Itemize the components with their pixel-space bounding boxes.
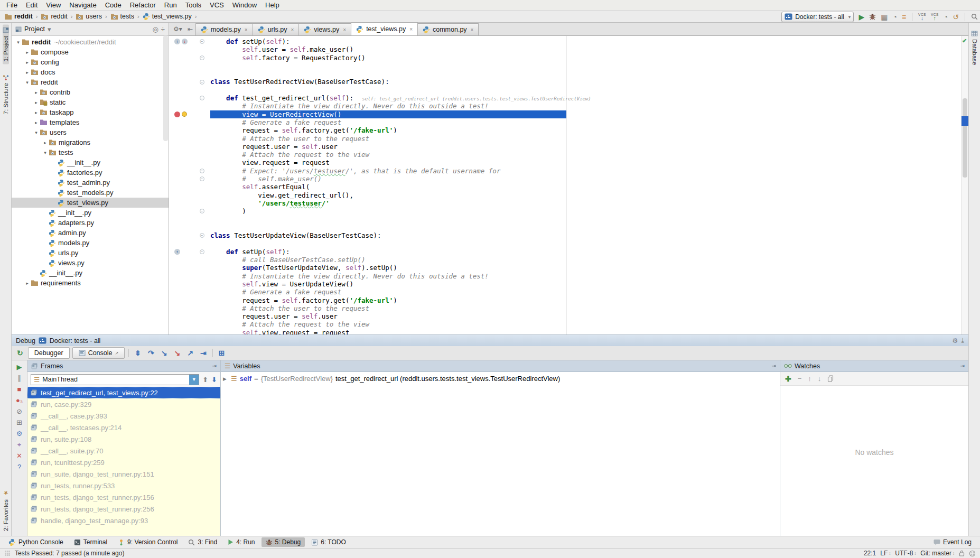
tool-strip-tab-database[interactable]: Database bbox=[972, 39, 978, 65]
frame-row[interactable]: test_get_redirect_url, test_views.py:22 bbox=[27, 387, 220, 398]
show-execution-point-button[interactable]: ⇟ bbox=[133, 349, 143, 357]
run-button[interactable]: ▶ bbox=[858, 13, 864, 21]
tree-item-compose[interactable]: ▸compose bbox=[12, 47, 169, 57]
breadcrumb-item[interactable]: reddit bbox=[4, 13, 33, 20]
evaluate-expression-button[interactable]: ⊞ bbox=[217, 349, 227, 357]
tree-item-docs[interactable]: ▸docs bbox=[12, 67, 169, 77]
menu-run[interactable]: Run bbox=[160, 0, 181, 10]
code-line-11[interactable]: # Generate a fake request bbox=[169, 118, 961, 126]
close-tab-icon[interactable]: × bbox=[245, 27, 248, 33]
lock-icon[interactable] bbox=[959, 550, 965, 556]
close-tab-icon[interactable]: × bbox=[409, 26, 413, 32]
debugger-settings-button[interactable]: ⚙ bbox=[16, 430, 23, 437]
code-line-13[interactable]: # Attach the user to the request bbox=[169, 135, 961, 143]
code-line-5[interactable] bbox=[169, 70, 961, 78]
help-button[interactable]: ? bbox=[17, 463, 21, 470]
menu-view[interactable]: View bbox=[42, 0, 65, 10]
menu-edit[interactable]: Edit bbox=[22, 0, 42, 10]
resume-button[interactable]: ▶ bbox=[17, 364, 22, 370]
code-line-6[interactable]: −class TestUserRedirectView(BaseUserTest… bbox=[169, 78, 961, 86]
frame-row[interactable]: run, tcunittest.py:259 bbox=[27, 457, 220, 468]
breadcrumb-item[interactable]: test_views.py bbox=[143, 13, 192, 20]
code-line-8[interactable]: − def test_get_redirect_url(self): self:… bbox=[169, 94, 961, 102]
code-line-14[interactable]: request.user = self.user bbox=[169, 143, 961, 151]
gear-icon[interactable]: ⚙ bbox=[952, 337, 958, 345]
tree-collapsed-arrow-icon[interactable]: ▸ bbox=[33, 100, 40, 105]
tool-strip-tab-structure[interactable]: 7: Structure bbox=[3, 72, 9, 117]
tree-item-adapters-py[interactable]: adapters.py bbox=[12, 218, 169, 228]
code-line-23[interactable] bbox=[169, 216, 961, 224]
tree-collapsed-arrow-icon[interactable]: ▸ bbox=[33, 110, 40, 115]
duplicate-watch-button[interactable] bbox=[827, 375, 834, 382]
code-line-17[interactable]: − # Expect: '/users/testuser/', as that … bbox=[169, 167, 961, 175]
debug-tab-console[interactable]: Console↗ bbox=[72, 347, 125, 359]
tree-expanded-arrow-icon[interactable]: ▾ bbox=[15, 40, 22, 45]
breakpoint-icon[interactable] bbox=[174, 111, 180, 117]
frame-up-button[interactable]: ⬆︎ bbox=[202, 376, 208, 384]
editor-scrollbar[interactable]: ✔ bbox=[961, 36, 968, 334]
move-watch-down-button[interactable]: ↓ bbox=[818, 375, 822, 383]
code-line-31[interactable]: self.view = UserUpdateView() bbox=[169, 280, 961, 288]
code-line-29[interactable]: super(TestUserUpdateView, self).setUp() bbox=[169, 264, 961, 272]
menu-code[interactable]: Code bbox=[101, 0, 126, 10]
fold-marker-icon[interactable]: − bbox=[200, 169, 204, 173]
code-line-7[interactable] bbox=[169, 86, 961, 94]
toolwindow-button-4-run[interactable]: 4: Run bbox=[223, 537, 259, 547]
tree-item--init-py[interactable]: __init__.py bbox=[12, 157, 169, 168]
tree-collapsed-arrow-icon[interactable]: ▸ bbox=[24, 50, 31, 55]
code-line-1[interactable]: ↑↓− def setUp(self): bbox=[169, 38, 961, 45]
editor-tab-views-py[interactable]: views.py× bbox=[298, 23, 351, 35]
tree-item-reddit[interactable]: ▾reddit bbox=[12, 77, 169, 87]
frame-row[interactable]: run_tests, django_test_runner.py:156 bbox=[27, 491, 220, 503]
chevron-down-icon[interactable]: ▾ bbox=[48, 25, 51, 33]
code-line-32[interactable]: # Generate a fake request bbox=[169, 288, 961, 296]
project-panel-title[interactable]: Project bbox=[24, 25, 45, 33]
code-line-10[interactable]: view = UserRedirectView() bbox=[169, 110, 961, 118]
code-editor[interactable]: ↑↓− def setUp(self): self.user = self.ma… bbox=[169, 36, 961, 334]
line-separator-selector[interactable]: LF↕ bbox=[880, 550, 891, 557]
pin-tab-button[interactable]: ⌖ bbox=[17, 441, 21, 448]
close-tab-icon[interactable]: × bbox=[291, 27, 294, 33]
code-line-19[interactable]: self.assertEqual( bbox=[169, 183, 961, 191]
toolwindow-button-6-todo[interactable]: 6: TODO bbox=[307, 537, 350, 547]
code-line-24[interactable] bbox=[169, 224, 961, 231]
tree-collapsed-arrow-icon[interactable]: ▸ bbox=[24, 70, 31, 75]
scrollbar-thumb[interactable] bbox=[963, 98, 967, 178]
tree-item-static[interactable]: ▸static bbox=[12, 97, 169, 107]
tree-item--init-py[interactable]: __init__.py bbox=[12, 208, 169, 218]
mute-breakpoints-button[interactable]: ⊘ bbox=[16, 408, 22, 415]
undo-button[interactable]: ↺ bbox=[953, 13, 959, 21]
code-line-4[interactable] bbox=[169, 62, 961, 70]
inspections-ok-icon[interactable]: ✔ bbox=[962, 38, 967, 44]
code-line-15[interactable]: # Attach the request to the view bbox=[169, 151, 961, 159]
caret-position[interactable]: 22:1 bbox=[864, 550, 876, 557]
tree-item-contrib[interactable]: ▸contrib bbox=[12, 87, 169, 97]
tree-item-models-py[interactable]: models.py bbox=[12, 238, 169, 248]
breadcrumb-item[interactable]: reddit bbox=[41, 13, 67, 20]
status-message[interactable]: Tests Passed: 7 passed (a minute ago) bbox=[15, 550, 124, 557]
frame-row[interactable]: run_tests, runner.py:533 bbox=[27, 480, 220, 491]
thread-selector[interactable]: ☰ MainThread ▼ bbox=[31, 374, 199, 385]
tree-expanded-arrow-icon[interactable]: ▾ bbox=[33, 130, 40, 135]
editor-tab-common-py[interactable]: common.py× bbox=[417, 23, 479, 35]
recent-changes-button[interactable]: ◔ bbox=[944, 13, 948, 21]
toolwindow-button-9-version-control[interactable]: 9: Version Control bbox=[114, 537, 182, 547]
code-line-16[interactable]: view.request = request bbox=[169, 159, 961, 166]
highlighting-level-icon[interactable] bbox=[969, 550, 976, 557]
fold-marker-icon[interactable]: − bbox=[200, 96, 204, 100]
tree-collapsed-arrow-icon[interactable]: ▸ bbox=[33, 120, 40, 125]
fold-marker-icon[interactable]: − bbox=[200, 80, 204, 85]
tab-options-gear-icon[interactable]: ⚙▾ bbox=[171, 25, 185, 33]
add-watch-button[interactable]: ✚ bbox=[785, 375, 791, 383]
frame-row[interactable]: __call__, case.py:393 bbox=[27, 410, 220, 422]
rerun-failed-tests-button[interactable]: ≡ bbox=[902, 13, 906, 21]
tree-collapsed-arrow-icon[interactable]: ▸ bbox=[42, 140, 49, 145]
locate-file-icon[interactable]: ◎ bbox=[153, 25, 158, 33]
run-to-cursor-button[interactable]: ⇥ bbox=[198, 349, 209, 357]
toolwindow-button-5-debug[interactable]: 5: Debug bbox=[262, 537, 305, 547]
hide-tool-window-icon[interactable]: ⤓ bbox=[961, 337, 964, 345]
menu-tools[interactable]: Tools bbox=[181, 0, 206, 10]
code-line-21[interactable]: '/users/testuser/' bbox=[169, 199, 961, 207]
fold-marker-icon[interactable]: − bbox=[200, 176, 204, 181]
close-tab-icon[interactable]: × bbox=[343, 27, 346, 33]
